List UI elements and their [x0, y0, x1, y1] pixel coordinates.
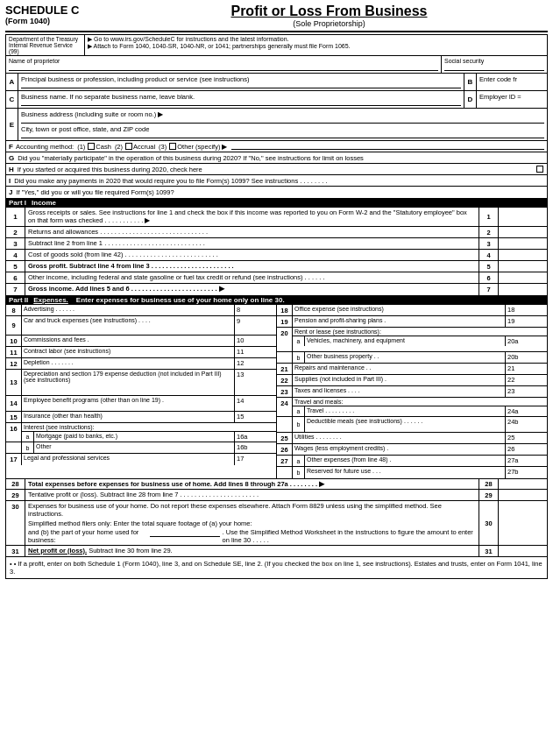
exp-line-17: 17 Legal and professional services 17	[6, 454, 276, 465]
line-f-row: F Accounting method: (1) Cash (2) Accrua…	[6, 141, 547, 152]
exp-12-text: Depletion . . . . . . .	[22, 358, 234, 369]
exp-10-num: 10	[6, 336, 22, 346]
line-30-text2: Simplified method filers only: Enter the…	[28, 519, 476, 527]
part1-title: Income	[32, 199, 56, 207]
line-1-num-right: 1	[479, 208, 499, 226]
line-e-label: E	[6, 109, 18, 140]
exp-26-text: Wages (less employment credits) .	[293, 444, 505, 455]
exp-20b-space	[277, 352, 293, 363]
exp-27-num: 27	[277, 456, 293, 466]
line-4-row: 4 Cost of goods sold (from line 42) . . …	[6, 250, 547, 261]
exp-19-num: 19	[277, 316, 293, 327]
part1-label: Part I	[9, 199, 26, 207]
line-1-text: Gross receipts or sales. See instruction…	[25, 208, 479, 226]
line-29-val	[499, 490, 547, 500]
irs-info-bar: Department of the Treasury Internal Reve…	[5, 34, 548, 198]
exp-24b-sub: b	[293, 417, 305, 432]
line-4-text: Cost of goods sold (from line 42) . . . …	[25, 250, 479, 260]
part1-header: Part I Income	[5, 198, 548, 208]
line-6-num: 6	[6, 272, 25, 283]
footer-bullet: • • If a profit, enter on both Schedule …	[6, 557, 547, 578]
line-29-num: 29	[6, 490, 25, 500]
line-30-text3: and (b) the part of your home used for b…	[28, 528, 147, 544]
line-30-num: 30	[6, 501, 25, 545]
expenses-left: 8 Advertising . . . . . . 8 9 Car and tr…	[6, 305, 277, 478]
exp-11-val: 11	[234, 347, 276, 357]
part2-label: Part II	[9, 296, 28, 304]
part2-title: Expenses.	[33, 296, 68, 304]
line-6-row: 6 Other income, including federal and st…	[6, 272, 547, 284]
exp-24a-sub: a	[293, 406, 305, 416]
exp-24a-val: 24a	[505, 406, 547, 416]
exp-23-num: 23	[277, 386, 293, 397]
cash-checkbox[interactable]	[88, 143, 95, 150]
line-29-num-right: 29	[479, 490, 499, 500]
line-30-text3-row: and (b) the part of your home used for b…	[28, 528, 476, 544]
line-29-text: Tentative profit or (loss). Subtract lin…	[25, 490, 479, 500]
line-i-text: Did you make any payments in 2020 that w…	[14, 177, 544, 185]
line-6-text: Other income, including federal and stat…	[25, 272, 479, 283]
line-a-label: A	[6, 74, 18, 90]
f1-num: (1)	[77, 143, 85, 151]
line-c-label: C	[6, 91, 18, 108]
line-7-num: 7	[6, 284, 25, 295]
line-cd-row: C Business name. If no separate business…	[6, 91, 547, 109]
exp-8-val: 8	[234, 305, 276, 315]
exp-16a-text: Mortgage (paid to banks, etc.)	[34, 432, 234, 442]
exp-17-num: 17	[6, 454, 22, 465]
f2-num: (2)	[115, 143, 123, 151]
exp-20a-sub: a	[293, 336, 305, 346]
line-f-label: F	[9, 143, 13, 151]
exp-line-25: 25 Utilities . . . . . . . . 25	[277, 433, 547, 444]
line-ab-row: A Principal business or profession, incl…	[6, 74, 547, 91]
exp-27b-sub: b	[293, 467, 305, 478]
exp-18-text: Office expense (see instructions)	[293, 305, 505, 315]
exp-line-12: 12 Depletion . . . . . . . 12	[6, 358, 276, 370]
exp-16b-sub: b	[22, 442, 34, 453]
line-31-rest: Subtract line 30 from line 29.	[89, 547, 172, 555]
exp-16b-val: 16b	[234, 442, 276, 453]
irs-url: ▶ Go to www.irs.gov/ScheduleC for instru…	[85, 35, 547, 55]
exp-line-27b: b Reserved for future use . . . 27b	[277, 467, 547, 478]
line-1-num: 1	[6, 208, 25, 226]
exp-15-text: Insurance (other than health)	[22, 412, 234, 422]
other-checkbox[interactable]	[169, 143, 176, 150]
header-center: Profit or Loss From Business (Sole Propr…	[110, 4, 548, 28]
exp-21-text: Repairs and maintenance . .	[293, 364, 505, 374]
line-5-num: 5	[6, 261, 25, 272]
header-left: SCHEDULE C (Form 1040)	[5, 4, 110, 25]
footer-text1: • If a profit, enter on both Schedule 1 …	[10, 560, 542, 576]
exp-27a-text: Other expenses (from line 48) .	[305, 456, 505, 466]
h-checkbox[interactable]	[536, 166, 543, 173]
line-7-val	[499, 284, 547, 295]
form-title: Profit or Loss From Business	[110, 4, 548, 19]
line-3-num: 3	[6, 238, 25, 249]
exp-16a-sub: a	[22, 432, 34, 442]
exp-24b-val: 24b	[505, 417, 547, 432]
line-a-text: Principal business or profession, includ…	[18, 74, 464, 90]
line-3-text: Subtract line 2 from line 1 . . . . . . …	[25, 238, 479, 249]
line-3-num-right: 3	[479, 238, 499, 249]
line-j-text: If "Yes," did you or will you file requi…	[16, 188, 544, 196]
name-ssn-row: Name of proprietor Social security	[6, 56, 547, 74]
line-5-text: Gross profit. Subtract line 4 from line …	[25, 261, 479, 272]
line-i-row: I Did you make any payments in 2020 that…	[6, 175, 547, 187]
accrual-checkbox[interactable]	[125, 143, 132, 150]
exp-20a-text: Vehicles, machinery, and equipment	[305, 336, 505, 346]
line-7-num-right: 7	[479, 284, 499, 295]
line-28-val	[499, 479, 547, 489]
line-29-row: 29 Tentative profit or (loss). Subtract …	[6, 490, 547, 501]
exp-line-19: 19 Pension and profit-sharing plans . 19	[277, 316, 547, 328]
line-30-content: Expenses for business use of your home. …	[25, 501, 479, 545]
line-6-val	[499, 272, 547, 283]
dept-label: Department of the Treasury Internal Reve…	[6, 35, 85, 55]
line-e-content: Business address (including suite or roo…	[18, 109, 547, 140]
part2-header: Part II Expenses. Enter expenses for bus…	[5, 295, 548, 305]
exp-line-20: 20 Rent or lease (see instructions): a V…	[277, 328, 547, 352]
exp-27b-space	[277, 467, 293, 478]
exp-line-14: 14 Employee benefit programs (other than…	[6, 396, 276, 412]
exp-line-26: 26 Wages (less employment credits) . 26	[277, 444, 547, 456]
line-2-text: Returns and allowances . . . . . . . . .…	[25, 227, 479, 237]
line-30-row: 30 Expenses for business use of your hom…	[6, 501, 547, 546]
exp-16b-space	[6, 442, 22, 453]
